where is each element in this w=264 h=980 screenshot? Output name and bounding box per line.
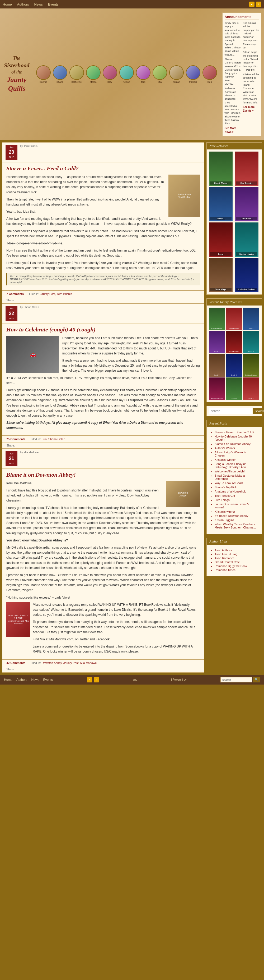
author-photo bbox=[70, 65, 84, 80]
author-avatar-terri[interactable]: Terri bbox=[136, 65, 150, 83]
author-link-5[interactable]: Romantic Times bbox=[215, 568, 258, 571]
author-link-1[interactable]: Avon Fan Lit Blog bbox=[215, 552, 258, 556]
facebook-icon[interactable]: f bbox=[256, 2, 261, 7]
post-2-comments[interactable]: 75 Comments bbox=[6, 438, 25, 441]
see-more-news-link[interactable]: See More News » bbox=[224, 126, 241, 134]
nav-events[interactable]: Events bbox=[48, 2, 58, 6]
footer-facebook-icon[interactable]: f bbox=[94, 677, 99, 682]
post-3-comments[interactable]: 42 Comments bbox=[6, 661, 25, 665]
author-avatar-allison[interactable]: Allison bbox=[119, 65, 134, 83]
author-avatar-margo[interactable]: Margo bbox=[86, 65, 101, 83]
ann-item-2: Shana Galen's March release, If You Give… bbox=[224, 57, 241, 86]
book-cover-6[interactable]: Kristan Higgins bbox=[235, 223, 258, 257]
recent-book-1[interactable]: Connie Mason bbox=[209, 308, 224, 330]
recent-book-11[interactable]: Book 11 bbox=[226, 377, 242, 400]
recent-post-14[interactable]: Laurie G is Susan Litman's winner! bbox=[215, 503, 258, 509]
recent-post-2[interactable]: Blame it on Downton Abbey! bbox=[215, 442, 258, 445]
recent-post-16[interactable]: It's Back!! Downton Abbey bbox=[215, 514, 258, 517]
nav-home[interactable]: Home bbox=[3, 2, 12, 6]
book-cover-5[interactable]: Farm bbox=[209, 223, 232, 257]
footer-text: and bbox=[133, 678, 137, 681]
author-avatar-connie[interactable]: Connie bbox=[36, 65, 51, 83]
recent-post-3[interactable]: Author's Winner bbox=[215, 447, 258, 450]
post-1-footer: 7 Comments Filed in: Jaunty Post, Terri … bbox=[2, 291, 204, 297]
post-2-share: Share: bbox=[2, 442, 204, 449]
logo-line3: of the bbox=[11, 69, 22, 75]
author-avatar-katherine[interactable]: Katherine bbox=[70, 65, 84, 83]
post-2-body: How to Celebrate (cough) 40 (cough) 🚗 Re… bbox=[2, 323, 204, 436]
rss-icon[interactable]: ▸ bbox=[249, 2, 255, 7]
recent-posts-list: Starve a Fever... Feed a Cold? How to Ce… bbox=[209, 429, 259, 532]
footer-search-input[interactable] bbox=[220, 677, 252, 682]
post-3-body: Blame it on Downton Abbey! DowntonAbbey … bbox=[2, 469, 204, 660]
recent-post-5[interactable]: Kristan's Winner bbox=[215, 458, 258, 461]
author-avatar-geri[interactable]: Geri bbox=[202, 65, 217, 83]
author-avatar-patricia[interactable]: Patricia bbox=[186, 65, 201, 83]
recent-book-5[interactable]: Terri Brisbin bbox=[226, 331, 242, 353]
book-cover-2[interactable]: One True Ace bbox=[235, 151, 258, 186]
recent-releases-box: Recent Jaunty Releases Connie Mason Pua … bbox=[206, 298, 262, 402]
nav-authors[interactable]: Authors bbox=[17, 2, 29, 6]
author-avatar-shana[interactable]: Shana bbox=[53, 65, 67, 83]
author-photo bbox=[186, 65, 201, 80]
post-3-date-box: Jan 21 2013 bbox=[6, 451, 17, 466]
post-1-p6: T-h-e-l-o-n-g-e-s-t-w-e-e-k-o-f-m-y-l-i-… bbox=[6, 241, 200, 246]
recent-book-2[interactable]: Pua Marlowe bbox=[226, 308, 242, 330]
recent-post-4[interactable]: Allison Leigh's Winner is Chosen! bbox=[215, 451, 258, 457]
author-link-2[interactable]: Avon Romance bbox=[215, 557, 258, 560]
footer-nav-home[interactable]: Home bbox=[4, 678, 13, 682]
recent-post-17[interactable]: Kristan Higgins bbox=[215, 519, 258, 522]
recent-book-8[interactable]: Book 8 bbox=[226, 354, 242, 377]
post-3-p6: I promise to get back to fiction now. Bu… bbox=[6, 573, 200, 593]
book-cover-3[interactable]: Fate of... bbox=[209, 187, 232, 221]
book-cover-8[interactable]: Katherine Garbera bbox=[235, 258, 258, 292]
post-2-car-image: 🚗 bbox=[6, 336, 59, 373]
nav-news[interactable]: News bbox=[34, 2, 43, 6]
recent-releases-content: Connie Mason Pua Marlowe Shana Book 4 Te… bbox=[207, 305, 262, 402]
recent-post-7[interactable]: Welcome Allison Leigh! bbox=[215, 470, 258, 473]
search-button[interactable]: search bbox=[253, 408, 264, 414]
book-cover-texas-magic[interactable]: Texas Magic bbox=[209, 258, 232, 292]
recent-post-11[interactable]: Anatomy of a Household bbox=[215, 490, 258, 493]
recent-post-1[interactable]: How to Celebrate (cough) 40 (cough) bbox=[215, 435, 258, 441]
recent-post-15[interactable]: Kristan's winner bbox=[215, 510, 258, 513]
author-avatar-mia[interactable]: Mia bbox=[153, 65, 167, 83]
author-photo bbox=[86, 65, 101, 80]
author-avatar-katy[interactable]: Katy bbox=[103, 65, 117, 83]
recent-book-3[interactable]: Shana bbox=[243, 308, 259, 330]
post-2-footer: 75 Comments Filed in: Fun, Shana Galen bbox=[2, 436, 204, 442]
author-link-3[interactable]: Grand Central Cafe bbox=[215, 560, 258, 564]
recent-post-9[interactable]: Way To Look At Goals bbox=[215, 481, 258, 485]
recent-post-10[interactable]: Shana's Top Pick bbox=[215, 486, 258, 489]
footer-search-button[interactable]: 🔍 bbox=[253, 677, 260, 682]
recent-post-8[interactable]: Small Gestures Make a Difference bbox=[215, 474, 258, 480]
recent-post-13[interactable]: Five Things bbox=[215, 498, 258, 501]
recent-books-grid: Connie Mason Pua Marlowe Shana Book 4 Te… bbox=[209, 308, 259, 400]
author-link-4[interactable]: Romance B(u)y the Book bbox=[215, 565, 258, 568]
post-3-p4: You don't know what Downton Abbey is? bbox=[6, 538, 200, 543]
author-photo bbox=[53, 65, 67, 80]
recent-post-18[interactable]: When Wealthy Texas Ranchers Meets Sexy S… bbox=[215, 523, 258, 529]
new-releases-box: New Releases Connie Mason One True Ace F… bbox=[206, 142, 262, 295]
recent-book-10[interactable]: Margo Maguire bbox=[209, 377, 224, 400]
recent-post-6[interactable]: Bring a Foodie Friday (in Saturday): Bro… bbox=[215, 462, 258, 469]
recent-book-4[interactable]: Book 4 bbox=[209, 331, 224, 353]
recent-book-12[interactable]: Book 12 bbox=[243, 377, 259, 400]
recent-post-0[interactable]: Starve a Fever... Feed a Cold? bbox=[215, 431, 258, 434]
post-1-comments[interactable]: 7 Comments bbox=[6, 292, 24, 296]
book-cover-1[interactable]: Connie Mason bbox=[209, 151, 232, 186]
footer-nav-news[interactable]: News bbox=[31, 678, 39, 682]
footer-rss-icon[interactable]: ▸ bbox=[87, 677, 92, 682]
footer-nav-events[interactable]: Events bbox=[43, 678, 53, 682]
recent-book-6[interactable]: Book 6 bbox=[243, 331, 259, 353]
see-more-events-link[interactable]: See More Events » bbox=[243, 105, 259, 113]
search-input[interactable] bbox=[209, 408, 252, 414]
recent-book-9[interactable]: Kristan Higgins bbox=[243, 354, 259, 377]
book-cover-4[interactable]: Little Bit of... bbox=[235, 187, 258, 221]
author-avatar-kristan[interactable]: Kristan bbox=[169, 65, 184, 83]
footer-nav-authors[interactable]: Authors bbox=[16, 678, 27, 682]
recent-book-7[interactable]: Book 7 bbox=[209, 354, 224, 377]
author-avatars: Connie Shana Katherine Margo Katy Alliso… bbox=[33, 65, 220, 83]
recent-post-12[interactable]: The Perfect Gift bbox=[215, 494, 258, 497]
author-link-0[interactable]: Avon Authors bbox=[215, 549, 258, 552]
